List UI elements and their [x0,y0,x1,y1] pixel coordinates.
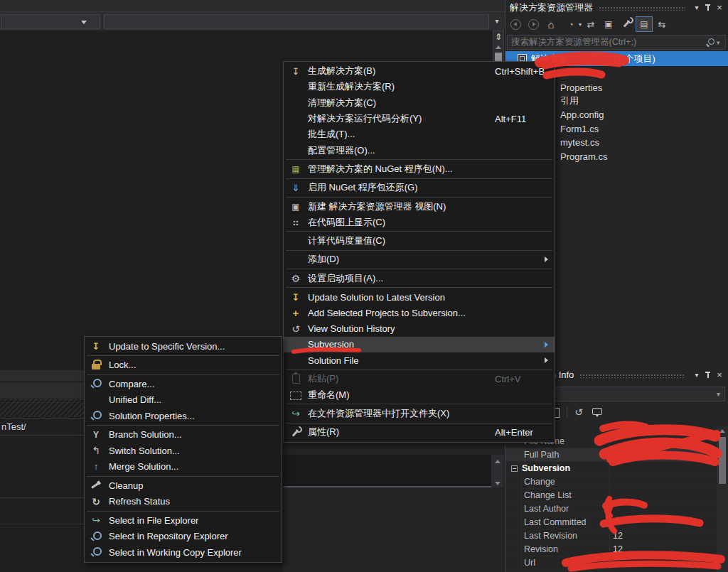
pin-icon[interactable] [702,369,714,380]
chevron-down-icon[interactable]: ▾ [491,15,503,28]
toolbar-combo-left[interactable] [1,14,100,29]
menu-item[interactable]: 粘贴(P) Ctrl+V [284,371,555,387]
menu-item[interactable]: View Solution History [284,320,555,336]
menu-item[interactable]: 清理解决方案(C) [284,95,555,111]
window-top-strip [0,0,505,12]
menu-item[interactable]: Add Selected Projects to Subversion... [284,305,555,320]
subversion-submenu: Update to Specific Version... Lock... Co… [84,336,282,563]
menu-item[interactable]: 启用 NuGet 程序包还原(G) [284,180,555,195]
chevron-down-icon[interactable]: ▾ [717,39,725,46]
menu-item[interactable]: Switch Solution... [85,443,282,459]
path-fragment-text: nTest/ [1,421,26,432]
property-row[interactable]: Subversion [505,462,717,475]
scroll-up-icon[interactable] [719,429,725,433]
background-row [0,382,84,398]
menu-item[interactable]: Refresh Status [85,494,282,510]
close-icon[interactable] [714,2,725,13]
solution-explorer-title-bar[interactable]: 解决方案资源管理器 [505,0,728,15]
menu-item[interactable]: Subversion [284,337,555,352]
menu-item[interactable]: Lock... [85,357,282,374]
search-icon[interactable] [704,37,717,48]
property-row[interactable]: Revision 12 [505,543,717,556]
property-grid-scrollbar[interactable] [717,426,728,572]
file-explorer-icon [87,514,105,527]
menu-separator [286,269,552,269]
menu-item[interactable]: 添加(D) [284,252,555,267]
menu-item[interactable]: 对解决方案运行代码分析(Y) Alt+F11 [284,111,555,126]
back-icon[interactable] [507,16,524,32]
pin-icon[interactable] [702,2,714,13]
menu-item-icon [287,354,305,367]
menu-item-label: 启用 NuGet 程序包还原(G) [308,181,418,194]
property-row[interactable]: Last Author [505,502,717,516]
menu-item[interactable]: 批生成(T)... [284,126,555,142]
close-icon[interactable] [714,369,725,380]
forward-icon[interactable] [525,16,542,32]
menu-item[interactable]: 设置启动项目(A)... [284,271,555,286]
property-value: 12 [609,531,623,541]
search-input[interactable]: 搜索解决方案资源管理器(Ctrl+;) ▾ [507,35,726,50]
properties-icon[interactable] [618,16,635,32]
menu-item-icon [287,112,305,125]
property-row[interactable]: Full Path [505,448,717,462]
menu-item[interactable]: Solution File [284,352,555,368]
menu-item[interactable]: Merge Solution... [85,459,282,475]
collapse-all-icon[interactable] [600,16,617,32]
menu-item[interactable]: Select in File Explorer [85,512,282,529]
menu-item[interactable]: 在代码图上显示(C) [284,215,555,230]
menu-item[interactable]: 管理解决方案的 NuGet 程序包(N)... [284,161,555,177]
menu-item[interactable]: Select in Repository Explorer [85,529,282,545]
menu-item[interactable]: Update Solution to Latest Version [284,289,555,305]
scrollbar-thumb[interactable] [719,437,726,484]
bottom-list-scrollbar[interactable] [491,455,504,487]
property-label: Last Author [524,504,609,514]
window-position-icon[interactable] [691,369,702,380]
pending-filter-icon[interactable] [560,16,582,32]
menu-separator [286,404,552,404]
refresh-icon[interactable] [582,16,599,32]
property-row[interactable]: Last Committed [505,516,717,529]
menu-item[interactable]: 属性(R) Alt+Enter [284,424,555,440]
window-position-icon[interactable] [691,2,702,13]
menu-item[interactable]: Branch Solution... [85,427,282,443]
bottom-list-box[interactable] [284,455,491,487]
menu-item[interactable]: Cleanup [85,477,282,494]
menu-item[interactable]: Solution Properties... [85,408,282,424]
menu-item-label: 新建 解决方案资源管理器 视图(N) [308,200,446,213]
menu-item[interactable]: Compare... [85,376,282,392]
property-row[interactable]: Change [505,475,717,489]
path-fragment-row: nTest/ [0,418,84,436]
show-all-files-icon[interactable] [636,16,653,32]
sync-with-active-document-icon[interactable] [653,16,670,32]
property-row[interactable]: Change List [505,489,717,502]
menu-item[interactable]: 新建 解决方案资源管理器 视图(N) [284,198,555,214]
comment-icon[interactable] [590,406,603,419]
menu-separator [87,511,279,512]
panel-title: 解决方案资源管理器 [510,1,593,14]
home-icon[interactable] [542,16,560,32]
collapse-expander-icon[interactable] [511,465,518,472]
menu-item-label: 对解决方案运行代码分析(Y) [308,112,422,125]
menu-item[interactable]: Select in Working Copy Explorer [85,544,282,561]
menu-item[interactable]: 重命名(M) [284,387,555,403]
history-icon[interactable] [572,406,585,419]
menu-item[interactable]: Unified Diff... [85,392,282,409]
menu-item[interactable]: 计算代码度量值(C) [284,233,555,249]
property-row[interactable]: Url [505,556,717,570]
menu-item[interactable]: 在文件资源管理器中打开文件夹(X) [284,406,555,421]
scroll-up-icon[interactable] [495,460,500,463]
menu-item-label: Lock... [109,360,136,370]
menu-item[interactable]: 配置管理器(O)... [284,142,555,158]
menu-item-icon [287,253,305,266]
scroll-down-icon[interactable] [495,482,500,485]
toolbar-combo-right[interactable] [104,14,489,29]
menu-item[interactable]: 生成解决方案(B) Ctrl+Shift+B [284,63,555,79]
splitter-grip-icon[interactable]: ⇕ [493,31,503,43]
menu-item[interactable]: 重新生成解决方案(R) [284,79,555,95]
wrench-icon [287,426,305,438]
menu-item[interactable]: Update to Specific Version... [85,338,282,355]
build-icon [287,65,305,77]
menu-item-label: Branch Solution... [109,429,182,440]
property-row[interactable]: Last Revision 12 [505,529,717,543]
scroll-up-icon[interactable] [496,45,501,49]
